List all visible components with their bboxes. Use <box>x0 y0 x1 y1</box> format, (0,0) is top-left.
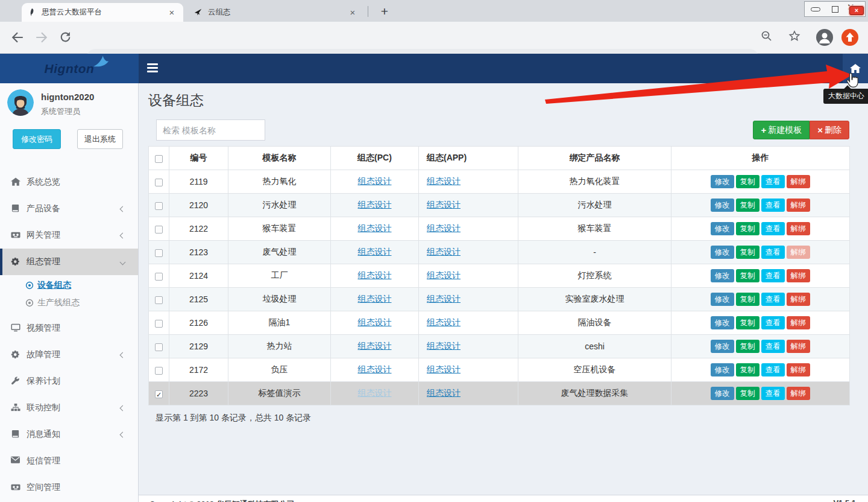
sidebar-item-故障管理[interactable]: 故障管理 <box>0 342 138 368</box>
copy-button[interactable]: 复制 <box>736 175 760 188</box>
row-checkbox[interactable] <box>155 343 163 351</box>
modify-button[interactable]: 修改 <box>711 269 734 282</box>
config-pc-link[interactable]: 组态设计 <box>358 200 392 209</box>
forward-icon[interactable] <box>35 31 48 44</box>
row-checkbox[interactable] <box>155 367 163 375</box>
config-app-link[interactable]: 组态设计 <box>427 223 461 233</box>
config-pc-link[interactable]: 组态设计 <box>358 270 392 280</box>
config-pc-link[interactable]: 组态设计 <box>358 294 392 303</box>
copy-button[interactable]: 复制 <box>736 199 760 212</box>
sidebar-item-保养计划[interactable]: 保养计划 <box>0 368 138 395</box>
select-all-checkbox[interactable] <box>155 155 163 163</box>
config-pc-link[interactable]: 组态设计 <box>358 364 392 374</box>
modify-button[interactable]: 修改 <box>711 293 734 306</box>
config-pc-link[interactable]: 组态设计 <box>358 223 392 233</box>
user-avatar[interactable] <box>7 89 34 116</box>
unbind-button[interactable]: 解绑 <box>787 175 810 188</box>
sidebar-item-网关管理[interactable]: 网关管理 <box>0 222 138 249</box>
view-button[interactable]: 查看 <box>761 293 785 306</box>
view-button[interactable]: 查看 <box>761 387 785 400</box>
config-pc-link[interactable]: 组态设计 <box>358 247 392 256</box>
modify-button[interactable]: 修改 <box>711 387 734 400</box>
sidebar-item-视频管理[interactable]: 视频管理 <box>0 315 138 342</box>
sidebar-item-联动控制[interactable]: 联动控制 <box>0 395 138 421</box>
config-app-link[interactable]: 组态设计 <box>427 364 461 374</box>
unbind-button[interactable]: 解绑 <box>787 222 810 235</box>
config-app-link[interactable]: 组态设计 <box>427 176 461 186</box>
row-checkbox[interactable]: ✓ <box>155 390 163 398</box>
config-app-link[interactable]: 组态设计 <box>427 294 461 303</box>
modify-button[interactable]: 修改 <box>711 199 734 212</box>
view-button[interactable]: 查看 <box>761 316 785 329</box>
delete-button[interactable]: ×删除 <box>810 121 849 139</box>
config-app-link[interactable]: 组态设计 <box>427 200 461 209</box>
search-input[interactable] <box>156 119 265 141</box>
modify-button[interactable]: 修改 <box>711 316 734 329</box>
modify-button[interactable]: 修改 <box>711 222 734 235</box>
browser-app-icon[interactable] <box>841 29 858 46</box>
refresh-icon[interactable] <box>59 31 72 44</box>
copy-button[interactable]: 复制 <box>736 222 760 235</box>
sidebar-item-空间管理[interactable]: 空间管理 <box>0 474 138 501</box>
hamburger-menu-icon[interactable] <box>147 63 159 73</box>
sidebar-item-短信管理[interactable]: 短信管理 <box>0 448 138 474</box>
row-checkbox[interactable] <box>155 296 163 304</box>
config-pc-link[interactable]: 组态设计 <box>358 341 392 351</box>
sidebar-subitem-设备组态[interactable]: 设备组态 <box>0 276 138 294</box>
minimize-button[interactable] <box>807 4 824 14</box>
unbind-button[interactable]: 解绑 <box>787 387 810 400</box>
view-button[interactable]: 查看 <box>761 175 785 188</box>
view-button[interactable]: 查看 <box>761 246 785 259</box>
modify-button[interactable]: 修改 <box>711 363 734 376</box>
config-app-link[interactable]: 组态设计 <box>427 270 461 280</box>
sidebar-item-组态管理[interactable]: 组态管理 <box>0 249 138 275</box>
close-icon[interactable]: × <box>347 7 358 18</box>
browser-tab-1[interactable]: 思普云大数据平台 × <box>22 3 183 22</box>
config-app-link[interactable]: 组态设计 <box>427 317 461 327</box>
view-button[interactable]: 查看 <box>761 199 785 212</box>
change-password-button[interactable]: 修改密码 <box>13 129 61 149</box>
config-app-link[interactable]: 组态设计 <box>427 341 461 351</box>
close-icon[interactable]: × <box>166 7 177 18</box>
config-app-link[interactable]: 组态设计 <box>427 247 461 256</box>
new-template-button[interactable]: +新建模板 <box>753 121 810 139</box>
view-button[interactable]: 查看 <box>761 269 785 282</box>
unbind-button[interactable]: 解绑 <box>787 363 810 376</box>
config-pc-link[interactable]: 组态设计 <box>358 176 392 186</box>
home-datacenter-button[interactable] <box>843 54 868 83</box>
browser-tab-2[interactable]: 云组态 × <box>188 3 364 22</box>
row-checkbox[interactable] <box>155 226 163 234</box>
unbind-button[interactable]: 解绑 <box>787 316 810 329</box>
copy-button[interactable]: 复制 <box>736 293 760 306</box>
unbind-button[interactable]: 解绑 <box>787 246 810 259</box>
copy-button[interactable]: 复制 <box>736 363 760 376</box>
sidebar-subitem-生产线组态[interactable]: 生产线组态 <box>0 294 138 311</box>
modify-button[interactable]: 修改 <box>711 175 734 188</box>
profile-avatar-icon[interactable] <box>816 29 833 46</box>
unbind-button[interactable]: 解绑 <box>787 269 810 282</box>
zoom-out-icon[interactable] <box>761 30 773 42</box>
sidebar-item-产品设备[interactable]: 产品设备 <box>0 195 138 222</box>
row-checkbox[interactable] <box>155 202 163 210</box>
new-tab-button[interactable]: + <box>376 4 393 21</box>
copy-button[interactable]: 复制 <box>736 316 760 329</box>
view-button[interactable]: 查看 <box>761 222 785 235</box>
close-window-button[interactable]: ✕ × <box>846 4 863 14</box>
config-app-link[interactable]: 组态设计 <box>427 388 461 398</box>
copy-button[interactable]: 复制 <box>736 387 760 400</box>
modify-button[interactable]: 修改 <box>711 340 734 353</box>
back-icon[interactable] <box>11 31 24 44</box>
unbind-button[interactable]: 解绑 <box>787 340 810 353</box>
sidebar-item-消息通知[interactable]: 消息通知 <box>0 421 138 448</box>
copy-button[interactable]: 复制 <box>736 246 760 259</box>
row-checkbox[interactable] <box>155 249 163 257</box>
modify-button[interactable]: 修改 <box>711 246 734 259</box>
bookmark-star-icon[interactable] <box>788 30 800 42</box>
row-checkbox[interactable] <box>155 273 163 281</box>
copy-button[interactable]: 复制 <box>736 269 760 282</box>
copy-button[interactable]: 复制 <box>736 340 760 353</box>
restore-button[interactable] <box>826 4 843 14</box>
sidebar-item-系统总览[interactable]: 系统总览 <box>0 169 138 195</box>
config-pc-link[interactable]: 组态设计 <box>358 317 392 327</box>
logout-button[interactable]: 退出系统 <box>77 129 123 149</box>
